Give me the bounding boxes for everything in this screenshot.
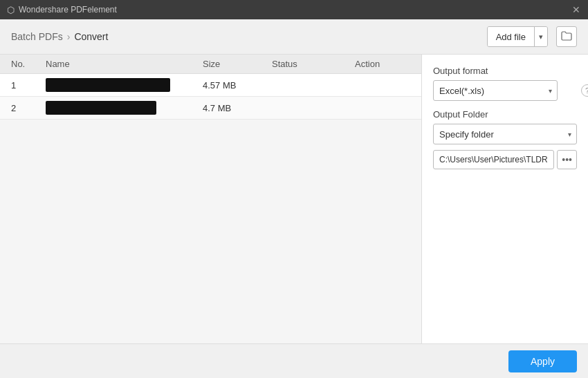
col-action: Action <box>355 59 410 69</box>
content-area: No. Name Size Status Action 1 4.57 MB <box>0 55 588 343</box>
col-no: No. <box>11 59 46 69</box>
output-format-label: Output format <box>433 66 577 76</box>
folder-icon <box>561 31 572 43</box>
title-bar: ⬡ Wondershare PDFelement ✕ <box>0 0 588 19</box>
output-folder-section: Output Folder Specify folder Same as sou… <box>433 109 577 169</box>
output-format-section: Output format Excel(*.xls) Word(*.docx) … <box>433 66 577 101</box>
row-no: 2 <box>11 103 46 113</box>
help-icon[interactable]: ? <box>581 84 588 97</box>
specify-folder-select[interactable]: Specify folder Same as source <box>433 124 577 144</box>
col-name: Name <box>46 59 203 69</box>
specify-folder-wrapper: Specify folder Same as source ▾ <box>433 124 577 144</box>
right-panel: Output format Excel(*.xls) Word(*.docx) … <box>422 55 588 343</box>
row-no: 1 <box>11 80 46 91</box>
breadcrumb-separator: › <box>67 31 71 42</box>
app-icon: ⬡ <box>7 5 15 15</box>
folder-browse-button[interactable]: ••• <box>557 150 577 169</box>
col-size: Size <box>203 59 272 69</box>
folder-path-input[interactable] <box>433 150 554 169</box>
add-file-btn-group: Add file ▾ <box>487 26 548 47</box>
app-title: Wondershare PDFelement <box>19 5 117 15</box>
close-button[interactable]: ✕ <box>571 5 581 15</box>
toolbar: Add file ▾ <box>487 26 577 47</box>
breadcrumb-parent[interactable]: Batch PDFs <box>11 31 63 42</box>
add-file-dropdown-button[interactable]: ▾ <box>535 27 547 46</box>
table-row: 1 4.57 MB <box>0 74 421 97</box>
output-format-select[interactable]: Excel(*.xls) Word(*.docx) PDF Text(*.txt… <box>433 80 558 101</box>
row-name <box>46 101 203 115</box>
table-body: 1 4.57 MB 2 4.7 MB <box>0 74 421 343</box>
add-file-button[interactable]: Add file <box>488 27 535 46</box>
apply-button[interactable]: Apply <box>508 350 577 372</box>
output-format-wrapper: Excel(*.xls) Word(*.docx) PDF Text(*.txt… <box>433 80 558 101</box>
file-name-redacted <box>46 101 156 115</box>
chevron-down-icon: ▾ <box>539 32 543 41</box>
open-folder-button[interactable] <box>556 26 577 47</box>
breadcrumb-current: Convert <box>74 31 108 42</box>
file-name-redacted <box>46 78 170 92</box>
table-row: 2 4.7 MB <box>0 97 421 120</box>
file-panel: No. Name Size Status Action 1 4.57 MB <box>0 55 422 343</box>
breadcrumb-bar: Batch PDFs › Convert Add file ▾ <box>0 19 588 55</box>
folder-path-row: ••• <box>433 150 577 169</box>
bottom-bar: Apply <box>0 343 588 378</box>
table-header: No. Name Size Status Action <box>0 55 421 74</box>
row-size: 4.7 MB <box>203 103 272 113</box>
output-folder-label: Output Folder <box>433 109 577 120</box>
output-format-row: Excel(*.xls) Word(*.docx) PDF Text(*.txt… <box>433 80 577 101</box>
row-size: 4.57 MB <box>203 80 272 91</box>
main-window: Batch PDFs › Convert Add file ▾ <box>0 19 588 378</box>
col-status: Status <box>272 59 355 69</box>
row-name <box>46 78 203 92</box>
title-bar-left: ⬡ Wondershare PDFelement <box>7 5 117 15</box>
